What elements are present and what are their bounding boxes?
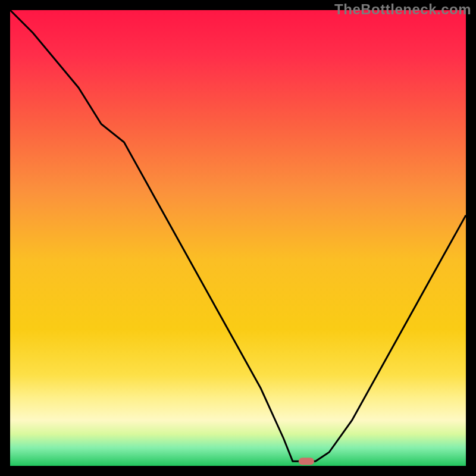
chart-svg [0,0,476,476]
bottleneck-chart: TheBottleneck.com [0,0,476,476]
chart-plot-area [10,10,466,466]
watermark-text: TheBottleneck.com [334,1,471,18]
optimal-marker [299,458,314,465]
